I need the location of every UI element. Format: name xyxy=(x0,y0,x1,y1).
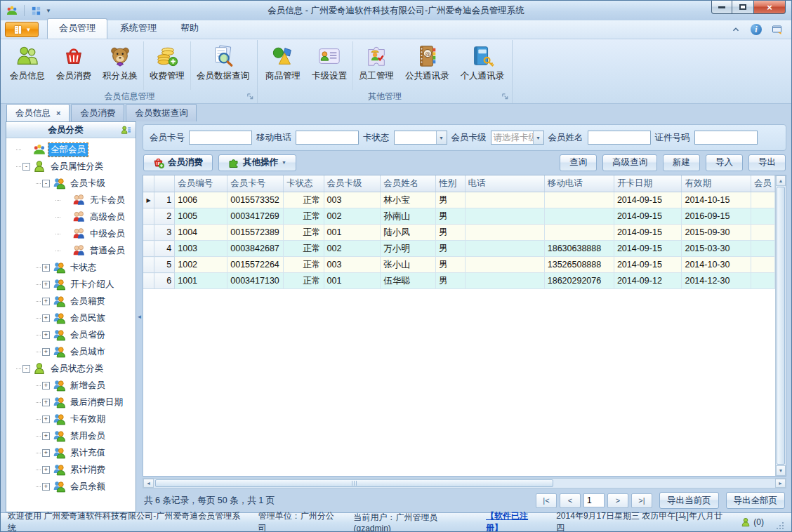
export-button[interactable]: 导出 xyxy=(748,154,786,171)
collapse-icon[interactable]: - xyxy=(22,163,30,171)
ribbon-button-member-info[interactable]: 会员信息 xyxy=(4,41,51,90)
doc-tab-member-info[interactable]: 会员信息× xyxy=(6,104,70,121)
scroll-down-icon[interactable]: ▼ xyxy=(776,465,786,476)
row-selector-cell[interactable] xyxy=(143,273,154,289)
column-header-valid-until[interactable]: 有效期 xyxy=(682,175,751,192)
tree-item-disabled-members[interactable]: +禁用会员 xyxy=(9,427,136,444)
row-selector-cell[interactable] xyxy=(143,241,154,257)
doc-tab-close-icon[interactable]: × xyxy=(56,109,60,117)
row-selector-cell[interactable]: ▶ xyxy=(143,192,154,208)
expand-icon[interactable]: + xyxy=(42,449,50,457)
dialog-launcher-icon[interactable] xyxy=(501,93,509,100)
menu-tab-help[interactable]: 帮助 xyxy=(169,19,210,39)
tree-item-member-city[interactable]: +会员城市 xyxy=(9,343,136,360)
filter-combo-member-card-level[interactable]: 请选择卡级▼ xyxy=(491,131,544,145)
tree-item-all-members[interactable]: 全部会员 xyxy=(9,141,136,158)
tree-item-senior-member[interactable]: 高级会员 xyxy=(9,208,136,225)
quick-access-dropdown-icon[interactable]: ▼ xyxy=(46,8,51,14)
expand-icon[interactable]: + xyxy=(42,314,50,322)
pager-first-button[interactable]: |< xyxy=(536,493,557,508)
ribbon-button-member-consume[interactable]: 会员消费 xyxy=(51,41,97,90)
tree-item-member-balance[interactable]: +会员余额 xyxy=(9,478,136,495)
tree-item-middle-member[interactable]: 中级会员 xyxy=(9,225,136,242)
table-row[interactable]: 210050003417269正常002孙南山男2014-09-152016-0… xyxy=(143,208,775,225)
tree-item-member-card-level[interactable]: -会员卡级 xyxy=(9,175,136,192)
column-header-gender[interactable]: 性别 xyxy=(436,175,466,192)
chevron-down-icon[interactable]: ▼ xyxy=(436,131,447,144)
software-registered-link[interactable]: 【软件已注册】 xyxy=(486,510,544,532)
column-header-open-date[interactable]: 开卡日期 xyxy=(614,175,682,192)
collapse-icon[interactable]: - xyxy=(22,365,30,373)
pager-prev-button[interactable]: < xyxy=(560,493,581,508)
ribbon-button-personal-contacts[interactable]: 个人通讯录 xyxy=(455,41,510,90)
column-header-card-level[interactable]: 会员卡级 xyxy=(324,175,381,192)
query-button[interactable]: 查询 xyxy=(560,154,597,171)
info-icon[interactable]: i xyxy=(751,24,762,35)
ribbon-button-card-level-settings[interactable]: 卡级设置 xyxy=(306,41,353,90)
maximize-button[interactable] xyxy=(732,1,753,14)
filter-input-mobile-phone[interactable] xyxy=(296,131,359,145)
category-manage-icon[interactable] xyxy=(121,125,131,135)
ribbon-button-product-management[interactable]: 商品管理 xyxy=(260,41,306,90)
export-all-pages-button[interactable]: 导出全部页 xyxy=(726,492,786,509)
column-header-phone[interactable]: 电话 xyxy=(465,175,544,192)
tree-item-no-card-member[interactable]: 无卡会员 xyxy=(9,192,136,208)
quick-access-grid-icon[interactable] xyxy=(31,6,41,16)
minimize-button[interactable] xyxy=(711,1,732,14)
menu-tab-system-management[interactable]: 系统管理 xyxy=(109,19,168,39)
app-menu-button[interactable]: ▼ xyxy=(5,22,39,37)
filter-combo-card-status[interactable]: ▼ xyxy=(394,131,447,145)
expand-icon[interactable]: + xyxy=(42,298,50,305)
doc-tab-member-consume[interactable]: 会员消费 xyxy=(71,104,124,121)
feedback-icon[interactable] xyxy=(772,24,783,35)
pager-next-button[interactable]: > xyxy=(607,493,628,508)
row-selector-cell[interactable] xyxy=(143,208,154,225)
ribbon-button-employee-management[interactable]: 员工管理 xyxy=(353,41,400,90)
expand-icon[interactable]: + xyxy=(42,483,50,491)
row-selector-cell[interactable] xyxy=(143,225,154,241)
chevron-down-icon[interactable]: ▼ xyxy=(533,131,543,144)
tree-item-member-native-place[interactable]: +会员籍贯 xyxy=(9,293,136,310)
expand-icon[interactable]: + xyxy=(42,348,50,356)
column-header-selector[interactable] xyxy=(143,175,154,192)
member-consume-button[interactable]: 会员消费 xyxy=(143,154,213,171)
dialog-launcher-icon[interactable] xyxy=(246,93,254,100)
column-header-member-extra[interactable]: 会员 xyxy=(751,175,774,192)
expand-icon[interactable]: + xyxy=(42,432,50,440)
collapse-icon[interactable]: - xyxy=(42,180,50,187)
scroll-left-icon[interactable]: ◄ xyxy=(143,479,154,488)
advanced-query-button[interactable]: 高级查询 xyxy=(602,154,657,171)
import-button[interactable]: 导入 xyxy=(706,154,743,171)
filter-input-member-card-no[interactable] xyxy=(189,131,252,145)
column-header-card-status[interactable]: 卡状态 xyxy=(284,175,324,192)
expand-icon[interactable]: + xyxy=(42,382,50,390)
ribbon-button-fee-management[interactable]: 收费管理 xyxy=(144,41,191,90)
scroll-up-icon[interactable]: ▲ xyxy=(776,175,786,186)
column-header-card-no[interactable]: 会员卡号 xyxy=(227,175,284,192)
expand-icon[interactable]: + xyxy=(42,415,50,423)
tree-item-member-attribute-category[interactable]: -会员属性分类 xyxy=(9,158,136,175)
horizontal-scrollbar[interactable]: ◄ ► xyxy=(143,478,786,488)
ribbon-collapse-icon[interactable] xyxy=(731,25,741,34)
expand-icon[interactable]: + xyxy=(42,264,50,272)
horizontal-scroll-thumb[interactable] xyxy=(155,479,553,487)
ribbon-button-member-data-query[interactable]: 会员数据查询 xyxy=(191,41,255,90)
filter-input-member-name[interactable] xyxy=(588,131,651,145)
tree-item-new-members[interactable]: +新增会员 xyxy=(9,377,136,394)
tree-item-ordinary-member[interactable]: 普通会员 xyxy=(9,242,136,259)
tree-item-total-recharge[interactable]: +累计充值 xyxy=(9,444,136,461)
tree-item-card-status[interactable]: +卡状态 xyxy=(9,259,136,276)
expand-icon[interactable]: + xyxy=(42,466,50,474)
scroll-right-icon[interactable]: ► xyxy=(775,479,786,488)
vertical-scroll-thumb[interactable] xyxy=(777,187,785,465)
ribbon-button-public-contacts[interactable]: @公共通讯录 xyxy=(400,41,455,90)
table-row[interactable]: 310040015572389正常001陆小凤男2014-09-152015-0… xyxy=(143,225,775,241)
pager-last-button[interactable]: >| xyxy=(631,493,652,508)
table-row[interactable]: ▶110060015573352正常003林小宝男2014-09-152014-… xyxy=(143,192,775,208)
resize-grip[interactable] xyxy=(776,521,784,531)
table-row[interactable]: 510020015572264正常003张小山男135265088882014-… xyxy=(143,257,775,273)
tree-item-card-introducer[interactable]: +开卡介绍人 xyxy=(9,276,136,293)
export-current-page-button[interactable]: 导出当前页 xyxy=(659,492,719,509)
column-header-member-name[interactable]: 会员姓名 xyxy=(381,175,436,192)
tree-item-last-consume-date[interactable]: +最后消费日期 xyxy=(9,394,136,411)
